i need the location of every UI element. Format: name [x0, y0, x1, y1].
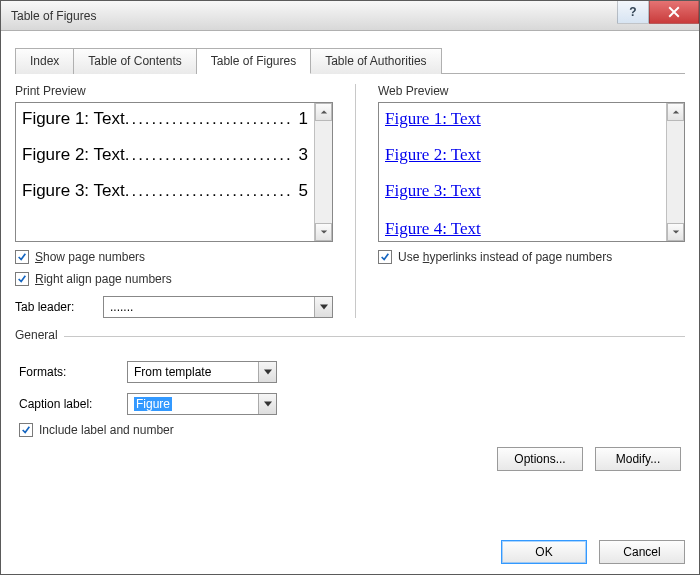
formats-dropdown[interactable]: From template — [127, 361, 277, 383]
chevron-up-icon — [672, 108, 680, 116]
vertical-divider — [355, 84, 356, 318]
checkbox-icon — [19, 423, 33, 437]
tab-table-of-contents[interactable]: Table of Contents — [74, 48, 196, 74]
titlebar: Table of Figures ? — [1, 1, 699, 31]
web-preview-section: Web Preview Figure 1: Text Figure 2: Tex… — [378, 84, 685, 318]
print-preview-row: Figure 1: Text.........................1 — [22, 109, 308, 129]
show-page-numbers-checkbox[interactable]: Show page numbers — [15, 250, 333, 264]
window-title: Table of Figures — [11, 9, 96, 23]
print-preview-section: Print Preview Figure 1: Text............… — [15, 84, 333, 318]
scroll-down-button[interactable] — [667, 223, 684, 241]
web-preview-box: Figure 1: Text Figure 2: Text Figure 3: … — [378, 102, 685, 242]
caption-label-dropdown[interactable]: Figure — [127, 393, 277, 415]
web-preview-row: Figure 1: Text — [385, 109, 660, 129]
general-group: General Formats: From template Caption l… — [15, 336, 685, 481]
scroll-up-button[interactable] — [667, 103, 684, 121]
modify-button[interactable]: Modify... — [595, 447, 681, 471]
scroll-down-button[interactable] — [315, 223, 332, 241]
close-icon — [668, 6, 680, 18]
scroll-up-button[interactable] — [315, 103, 332, 121]
chevron-down-icon — [258, 394, 276, 414]
chevron-up-icon — [320, 108, 328, 116]
close-button[interactable] — [649, 1, 699, 24]
web-preview-scrollbar[interactable] — [666, 103, 684, 241]
include-label-number-checkbox[interactable]: Include label and number — [19, 423, 681, 437]
chevron-down-icon — [314, 297, 332, 317]
print-preview-label: Print Preview — [15, 84, 333, 98]
chevron-down-icon — [258, 362, 276, 382]
checkbox-icon — [15, 250, 29, 264]
formats-label: Formats: — [19, 365, 119, 379]
print-preview-scrollbar[interactable] — [314, 103, 332, 241]
checkbox-icon — [15, 272, 29, 286]
general-legend: General — [15, 328, 64, 342]
tab-table-of-figures[interactable]: Table of Figures — [197, 48, 311, 74]
cancel-button[interactable]: Cancel — [599, 540, 685, 564]
chevron-down-icon — [320, 228, 328, 236]
web-preview-row: Figure 2: Text — [385, 145, 660, 165]
help-button[interactable]: ? — [617, 1, 649, 24]
tab-index[interactable]: Index — [15, 48, 74, 74]
tab-table-of-authorities[interactable]: Table of Authorities — [311, 48, 441, 74]
checkbox-icon — [378, 250, 392, 264]
use-hyperlinks-checkbox[interactable]: Use hyperlinks instead of page numbers — [378, 250, 685, 264]
tab-leader-label: Tab leader: — [15, 300, 95, 314]
help-icon: ? — [629, 5, 636, 19]
tab-strip: Index Table of Contents Table of Figures… — [15, 47, 685, 74]
web-preview-row: Figure 3: Text — [385, 181, 660, 201]
tab-leader-dropdown[interactable]: ....... — [103, 296, 333, 318]
right-align-page-numbers-checkbox[interactable]: Right align page numbers — [15, 272, 333, 286]
ok-button[interactable]: OK — [501, 540, 587, 564]
print-preview-box: Figure 1: Text.........................1… — [15, 102, 333, 242]
print-preview-row: Figure 3: Text.........................5 — [22, 181, 308, 201]
caption-label-label: Caption label: — [19, 397, 119, 411]
chevron-down-icon — [672, 228, 680, 236]
print-preview-row: Figure 2: Text.........................3 — [22, 145, 308, 165]
web-preview-row: Figure 4: Text — [385, 219, 660, 239]
web-preview-label: Web Preview — [378, 84, 685, 98]
options-button[interactable]: Options... — [497, 447, 583, 471]
dialog-table-of-figures: Table of Figures ? Index Table of Conten… — [0, 0, 700, 575]
